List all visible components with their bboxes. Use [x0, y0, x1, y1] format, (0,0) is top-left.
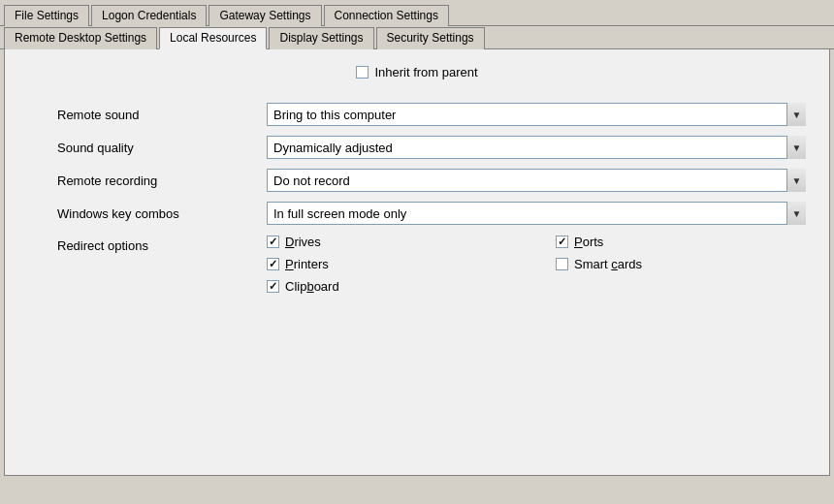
ports-checkbox[interactable]: [556, 236, 568, 248]
tab-gateway-settings[interactable]: Gateway Settings: [208, 5, 321, 26]
windows-key-combos-dropdown-container: In full screen mode only On the remote c…: [267, 202, 806, 225]
checkboxes-grid: Drives Ports Printers Smart cards: [267, 235, 806, 294]
content-area: Inherit from parent Remote sound Bring t…: [4, 49, 830, 476]
tab-remote-desktop-settings[interactable]: Remote Desktop Settings: [4, 27, 157, 49]
drives-label: Drives: [285, 235, 321, 249]
tab-connection-settings[interactable]: Connection Settings: [324, 5, 449, 26]
printers-checkbox[interactable]: [267, 258, 279, 270]
tab-bar-bottom: Remote Desktop Settings Local Resources …: [0, 26, 834, 49]
tab-logon-credentials[interactable]: Logon Credentials: [91, 5, 207, 26]
checkbox-drives-item: Drives: [267, 235, 517, 249]
remote-recording-dropdown-container: Do not record Record from this computer …: [267, 169, 806, 192]
drives-checkbox[interactable]: [267, 236, 279, 248]
sound-quality-dropdown-container: Dynamically adjusted High Medium Low ▼: [267, 136, 806, 159]
inherit-row: Inherit from parent: [28, 65, 806, 79]
windows-key-combos-label: Windows key combos: [57, 206, 251, 221]
printers-label: Printers: [285, 257, 329, 271]
checkbox-smart-cards-item: Smart cards: [556, 257, 806, 271]
sound-quality-select[interactable]: Dynamically adjusted High Medium Low: [267, 136, 806, 159]
dialog-container: File Settings Logon Credentials Gateway …: [0, 0, 834, 476]
windows-key-combos-select[interactable]: In full screen mode only On the remote c…: [267, 202, 806, 225]
tab-file-settings[interactable]: File Settings: [4, 5, 89, 26]
remote-recording-label: Remote recording: [57, 173, 251, 188]
inherit-label: Inherit from parent: [374, 65, 477, 79]
remote-recording-select[interactable]: Do not record Record from this computer …: [267, 169, 806, 192]
remote-sound-dropdown-container: Bring to this computer Do not play Play …: [267, 103, 806, 126]
checkbox-printers-item: Printers: [267, 257, 517, 271]
redirect-options-label: Redirect options: [57, 235, 251, 253]
checkbox-ports-item: Ports: [556, 235, 806, 249]
remote-sound-select[interactable]: Bring to this computer Do not play Play …: [267, 103, 806, 126]
remote-sound-label: Remote sound: [57, 108, 251, 122]
tab-security-settings[interactable]: Security Settings: [376, 27, 485, 49]
form-grid: Remote sound Bring to this computer Do n…: [57, 103, 806, 294]
ports-label: Ports: [574, 235, 603, 249]
checkbox-clipboard-item: Clipboard: [267, 279, 517, 294]
smart-cards-label: Smart cards: [574, 257, 642, 271]
inherit-checkbox[interactable]: [356, 66, 369, 79]
clipboard-checkbox[interactable]: [267, 280, 279, 293]
tab-display-settings[interactable]: Display Settings: [269, 27, 373, 49]
tab-bar-top: File Settings Logon Credentials Gateway …: [0, 0, 834, 26]
clipboard-label: Clipboard: [285, 279, 339, 294]
tab-local-resources[interactable]: Local Resources: [159, 27, 267, 49]
smart-cards-checkbox[interactable]: [556, 258, 568, 270]
sound-quality-label: Sound quality: [57, 141, 251, 155]
